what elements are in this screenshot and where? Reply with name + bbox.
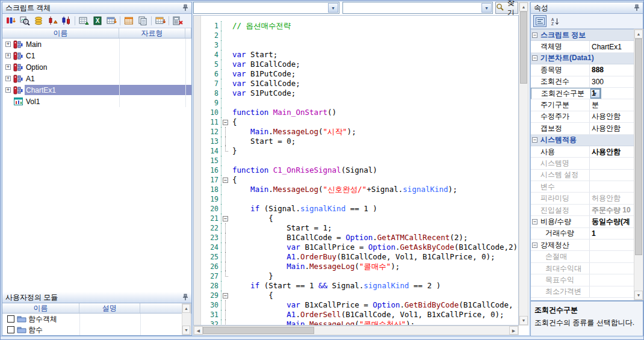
editor-vscrollbar[interactable]: ▲ ▼ — [519, 2, 528, 326]
fold-margin[interactable]: − — [221, 175, 230, 185]
object-combo[interactable]: ▼ — [193, 2, 339, 14]
column-header-name[interactable]: 이름 — [2, 28, 119, 38]
column-header-type[interactable]: 자료형 — [119, 28, 185, 38]
property-row-강제청산[interactable]: −강제청산 — [531, 240, 634, 251]
table-import-icon[interactable] — [154, 15, 166, 26]
scroll-up-icon[interactable]: ▲ — [634, 29, 643, 39]
fold-collapse-icon[interactable]: − — [223, 178, 228, 183]
alphabetical-sort-button[interactable]: AZ — [548, 15, 562, 27]
search-object-icon[interactable] — [19, 15, 31, 26]
property-row-목표수익[interactable]: 목표수익 — [531, 274, 634, 286]
property-row-진입설정[interactable]: 진입설정주문수량 10 — [531, 205, 634, 216]
expand-icon[interactable]: + — [5, 87, 11, 93]
scroll-thumb[interactable] — [203, 327, 314, 334]
collapse-icon[interactable]: − — [532, 32, 537, 38]
property-value[interactable]: 300 — [590, 76, 634, 87]
categorized-view-button[interactable] — [533, 15, 546, 27]
property-value[interactable] — [590, 263, 634, 274]
property-row-시스템적용[interactable]: −시스템적용 — [531, 135, 634, 146]
properties-scrollbar[interactable]: ▲ ▼ — [634, 29, 643, 300]
scroll-down-icon[interactable]: ▼ — [634, 291, 643, 300]
scroll-left-icon[interactable]: ◀ — [194, 326, 203, 335]
property-value[interactable]: 주문수량 10 — [590, 205, 634, 215]
sell-signal-object-icon[interactable] — [60, 15, 72, 26]
selection-margin[interactable] — [194, 16, 201, 325]
tree-item-chartex1[interactable]: +ChartEx1 — [2, 84, 191, 96]
property-value[interactable] — [590, 251, 634, 262]
column-divider[interactable] — [185, 39, 186, 107]
expand-icon[interactable]: + — [5, 53, 11, 58]
property-row-수정주가[interactable]: 수정주가사용안함 — [531, 111, 634, 123]
tree-item-a1[interactable]: +A1 — [2, 73, 191, 84]
expand-icon[interactable]: + — [5, 76, 11, 81]
pin-icon[interactable] — [182, 4, 188, 11]
fold-collapse-icon[interactable]: − — [223, 120, 228, 125]
calculator-remove-icon[interactable] — [172, 15, 184, 26]
scroll-up-icon[interactable]: ▲ — [519, 2, 528, 11]
scroll-up-icon[interactable]: ▲ — [182, 304, 190, 313]
scroll-thumb[interactable] — [520, 11, 527, 84]
scroll-track[interactable] — [203, 326, 509, 335]
find-button[interactable]: 찾기 — [495, 2, 518, 14]
scroll-thumb[interactable] — [635, 39, 642, 255]
property-value[interactable]: 888 — [590, 64, 634, 75]
tree-item-c1[interactable]: +C1 — [2, 50, 191, 61]
table-object-icon[interactable] — [105, 15, 117, 26]
fold-margin[interactable]: − — [221, 291, 230, 300]
property-value[interactable] — [590, 286, 634, 297]
property-row-최소가격변[interactable]: 최소가격변 — [531, 286, 634, 298]
collapse-icon[interactable]: − — [532, 137, 537, 143]
pin-icon[interactable] — [182, 294, 188, 301]
property-row-피라미딩[interactable]: 피라미딩허용안함 — [531, 193, 634, 204]
account-object-icon[interactable] — [33, 15, 45, 26]
fold-collapse-icon[interactable]: − — [223, 216, 228, 221]
property-value[interactable]: ChartEx1 — [590, 41, 634, 52]
event-combo[interactable]: ▼ — [342, 2, 493, 14]
table-add-icon[interactable] — [78, 15, 90, 26]
insert-chart-object-icon[interactable] — [5, 15, 17, 26]
chevron-down-icon[interactable]: ▼ — [481, 3, 492, 13]
modules-scrollbar[interactable]: ▲ ▼ — [182, 303, 191, 335]
property-value[interactable]: 1 — [590, 88, 634, 99]
column-divider[interactable] — [79, 314, 80, 335]
pin-icon[interactable] — [634, 4, 640, 11]
tree-item-main[interactable]: +Main — [2, 39, 191, 50]
property-row-사용[interactable]: 사용사용안함 — [531, 146, 634, 158]
property-row-기본차트(Data1)[interactable]: −기본차트(Data1) — [531, 53, 634, 64]
property-value[interactable] — [590, 240, 634, 250]
module-item-함수[interactable]: 함수 — [2, 324, 191, 335]
property-value[interactable] — [590, 274, 634, 285]
collapse-icon[interactable]: − — [532, 219, 537, 224]
property-value[interactable]: 분 — [590, 99, 634, 110]
property-row-조회건수[interactable]: 조회건수300 — [531, 76, 634, 88]
collapse-icon[interactable]: − — [532, 243, 537, 248]
property-row-객체명[interactable]: 객체명ChartEx1 — [531, 41, 634, 52]
column-divider[interactable] — [140, 314, 141, 335]
expand-icon[interactable]: + — [5, 64, 11, 70]
property-row-최대수익대[interactable]: 최대수익대 — [531, 263, 634, 274]
scroll-track[interactable] — [182, 313, 190, 326]
calendar-data-icon[interactable] — [123, 15, 135, 26]
scroll-track[interactable] — [519, 11, 528, 316]
property-row-주기구분[interactable]: 주기구분분 — [531, 99, 634, 111]
fold-margin[interactable]: − — [221, 214, 230, 223]
property-value[interactable] — [590, 181, 634, 192]
property-row-시스템명[interactable]: 시스템명 — [531, 158, 634, 169]
checkbox[interactable] — [7, 326, 14, 333]
tree-item-option[interactable]: +Option — [2, 61, 191, 73]
scroll-down-icon[interactable]: ▼ — [519, 316, 528, 325]
property-row-종목명[interactable]: 종목명888 — [531, 64, 634, 76]
property-row-시스템 설정[interactable]: 시스템 설정 — [531, 170, 634, 181]
property-row-변수[interactable]: 변수 — [531, 181, 634, 193]
property-value[interactable]: 사용안함 — [590, 111, 634, 122]
property-value[interactable]: 허용안함 — [590, 193, 634, 203]
expand-icon[interactable]: + — [5, 42, 11, 47]
property-value[interactable] — [590, 158, 634, 168]
excel-export-icon[interactable]: X — [91, 15, 104, 26]
property-value[interactable]: 1 — [590, 228, 634, 239]
property-row-거래수량[interactable]: 거래수량1 — [531, 228, 634, 240]
scroll-track[interactable] — [634, 39, 643, 291]
report-copy-icon[interactable] — [137, 15, 149, 26]
property-value[interactable]: 동일수량(계 — [590, 216, 634, 227]
column-divider[interactable] — [119, 39, 120, 107]
